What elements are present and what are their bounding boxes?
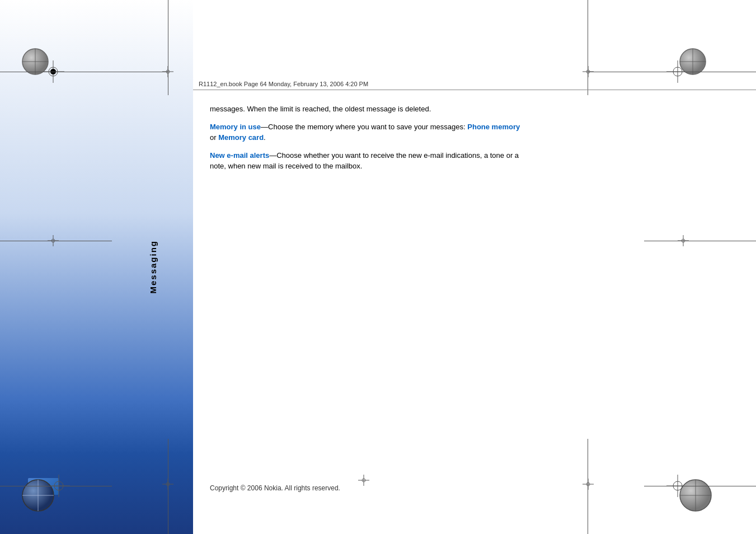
h-rule-mid-right: [644, 241, 756, 241]
memory-card-link: Memory card: [218, 133, 264, 142]
h-rule-top-right: [588, 72, 756, 72]
h-rule-header: [193, 90, 756, 90]
sidebar-label: Messaging: [148, 240, 158, 294]
crosshair-small-top-right: [583, 66, 594, 77]
sidebar-text-container: Messaging: [144, 0, 161, 534]
paragraph-new-email-alerts: New e-mail alerts—Choose whether you wan…: [210, 150, 523, 172]
header-file-info: R1112_en.book Page 64 Monday, February 1…: [199, 81, 368, 87]
crosshair-center-bottom: [358, 475, 369, 486]
left-sidebar: [0, 0, 193, 534]
memory-in-use-dash: —Choose the memory where you want to sav…: [261, 123, 467, 131]
content-area: messages. When the limit is reached, the…: [210, 104, 523, 179]
crosshair-small-bottom-left: [162, 479, 173, 490]
page-container: Messaging 64 R1112_en.book Page 64 Monda…: [0, 0, 756, 534]
h-rule-bottom-left: [0, 486, 112, 486]
phone-memory-link: Phone memory: [467, 123, 520, 131]
paragraph-1: messages. When the limit is reached, the…: [210, 104, 523, 115]
new-email-alerts-label: New e-mail alerts: [210, 151, 269, 160]
v-rule-top-left: [168, 0, 168, 95]
or-text: or: [210, 133, 218, 142]
copyright-text: Copyright © 2006 Nokia. All rights reser…: [210, 484, 340, 492]
crosshair-small-top-left: [162, 66, 173, 77]
paragraph-memory-in-use: Memory in use—Choose the memory where yo…: [210, 121, 523, 143]
crosshair-small-bottom-right: [583, 479, 594, 490]
memory-in-use-label: Memory in use: [210, 123, 261, 131]
h-rule-top-left: [0, 72, 168, 72]
period: .: [264, 133, 266, 142]
deco-circle-bottom-left: [21, 479, 55, 512]
h-rule-bottom-right: [644, 486, 756, 486]
v-rule-top-right: [588, 0, 588, 95]
deco-circle-bottom-right: [679, 479, 712, 512]
h-rule-mid-left: [0, 241, 112, 241]
